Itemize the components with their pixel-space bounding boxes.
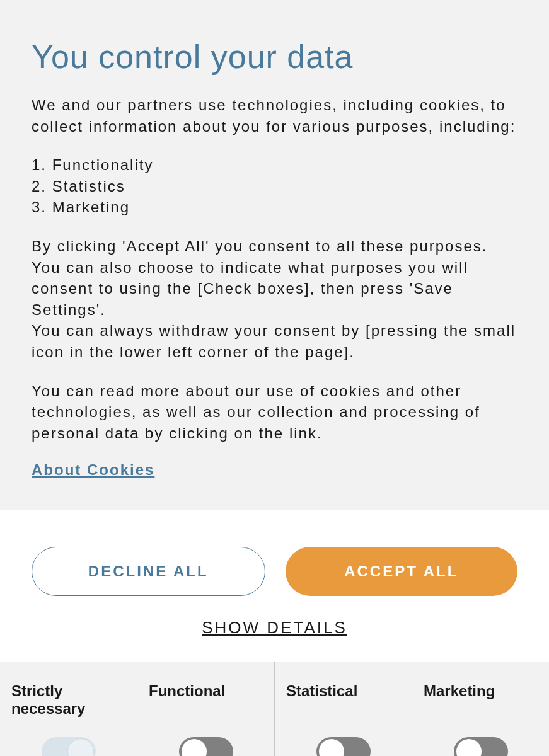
toggle-statistical[interactable] [316,737,371,756]
more-info-text: You can read more about our use of cooki… [32,381,517,444]
category-strictly-necessary: Strictly necessary [0,662,137,756]
toggle-knob-icon [456,739,482,756]
purpose-item: 3. Marketing [32,197,517,218]
purposes-list: 1. Functionality 2. Statistics 3. Market… [32,154,517,218]
consent-header-section: You control your data We and our partner… [0,0,549,510]
category-label: Functional [149,682,225,721]
dialog-title: You control your data [32,38,517,76]
button-row: DECLINE ALL ACCEPT ALL [32,547,517,596]
intro-text: We and our partners use technologies, in… [32,94,517,137]
category-label: Strictly necessary [11,682,125,721]
purpose-item: 1. Functionality [32,154,517,176]
toggle-knob-icon [68,739,93,756]
toggle-strictly-necessary [42,737,96,756]
about-cookies-link[interactable]: About Cookies [32,461,154,479]
category-functional: Functional [137,662,275,756]
category-statistical: Statistical [275,662,412,756]
toggle-functional[interactable] [179,737,233,756]
toggle-knob-icon [319,739,344,756]
accept-all-button[interactable]: ACCEPT ALL [286,547,518,596]
cookie-categories: Strictly necessary Functional Statistica… [0,662,549,756]
consent-explanation: By clicking 'Accept All' you consent to … [32,236,517,363]
toggle-marketing[interactable] [454,737,508,756]
category-label: Statistical [286,682,357,721]
show-details-link[interactable]: SHOW DETAILS [32,618,517,638]
decline-all-button[interactable]: DECLINE ALL [32,547,265,596]
category-marketing: Marketing [412,662,549,756]
consent-actions-section: DECLINE ALL ACCEPT ALL SHOW DETAILS [0,510,549,662]
purpose-item: 2. Statistics [32,176,517,197]
toggle-knob-icon [182,739,207,756]
category-label: Marketing [424,682,495,721]
